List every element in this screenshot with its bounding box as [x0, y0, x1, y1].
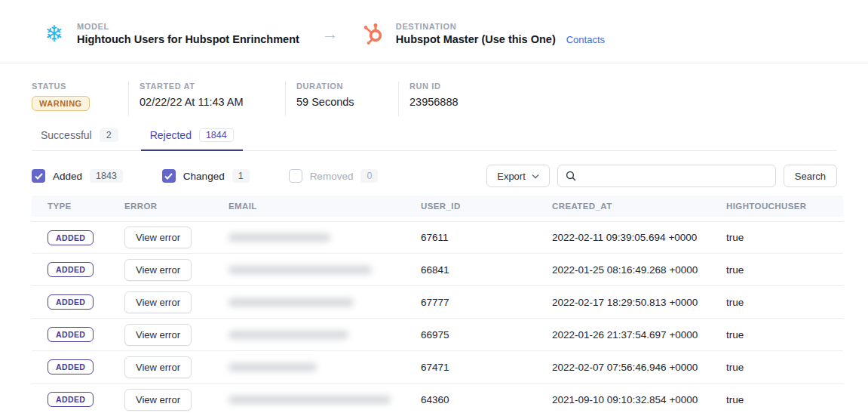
removed-checkbox[interactable] [289, 169, 302, 183]
email-cell [229, 233, 421, 242]
export-button[interactable]: Export [486, 165, 550, 187]
tab-label: Successful [41, 129, 92, 141]
type-cell: ADDED [48, 230, 124, 245]
hubspot-icon [361, 22, 385, 46]
view-error-button[interactable]: View error [124, 259, 192, 281]
destination-name: Hubspot Master (Use this One) [396, 33, 556, 45]
column-header-created_at: CREATED_AT [552, 202, 726, 211]
started-at-value: 02/22/22 At 11:43 AM [140, 96, 264, 108]
user-id-cell: 66975 [421, 329, 552, 341]
hightouchuser-cell: true [726, 394, 843, 405]
type-badge: ADDED [48, 359, 94, 374]
type-badge: ADDED [48, 294, 94, 310]
user-id-cell: 67471 [421, 362, 552, 373]
hightouchuser-cell: true [726, 232, 843, 243]
snowflake-icon: ❄ [42, 22, 66, 46]
created-at-cell: 2022-01-26 21:37:54.697 +0000 [552, 329, 726, 341]
hightouchuser-cell: true [726, 297, 843, 308]
results-table: TYPEERROREMAILUSER_IDCREATED_ATHIGHTOUCH… [32, 196, 843, 413]
model-label: MODEL [77, 22, 299, 31]
tabs: Successful2Rejected1844 [32, 125, 837, 151]
tab-successful[interactable]: Successful2 [32, 125, 127, 151]
controls-row: Added1843Changed1Removed0 Export Search [32, 165, 837, 187]
tab-count-badge: 1844 [199, 128, 234, 142]
email-cell [229, 331, 421, 339]
added-checkbox[interactable] [32, 169, 45, 183]
duration-label: DURATION [296, 82, 377, 91]
created-at-cell: 2022-02-07 07:56:46.946 +0000 [552, 362, 726, 373]
email-cell [229, 266, 421, 274]
type-badge: ADDED [48, 262, 94, 277]
type-badge: ADDED [48, 392, 94, 407]
email-cell [229, 298, 421, 307]
table-body: ADDEDView error676112022-02-11 09:39:05.… [32, 221, 843, 413]
email-redacted [229, 396, 391, 404]
email-redacted [229, 363, 317, 371]
email-redacted [229, 233, 330, 242]
table-row: ADDEDView error669752022-01-26 21:37:54.… [32, 319, 843, 351]
error-cell: View error [124, 227, 229, 248]
status-label: STATUS [32, 82, 107, 91]
filter-count-badge: 1 [232, 169, 250, 183]
hightouchuser-cell: true [726, 362, 843, 373]
type-badge: ADDED [48, 230, 94, 245]
view-error-button[interactable]: View error [124, 356, 192, 378]
destination-block: DESTINATION Hubspot Master (Use this One… [361, 22, 605, 46]
user-id-cell: 66841 [421, 264, 552, 276]
table-row: ADDEDView error643602021-09-10 09:10:32.… [32, 384, 843, 413]
hightouchuser-cell: true [726, 264, 843, 276]
type-cell: ADDED [48, 327, 124, 342]
type-badge: ADDED [48, 327, 94, 342]
table-row: ADDEDView error677772022-02-17 18:29:50.… [32, 286, 843, 319]
contacts-link[interactable]: Contacts [566, 34, 605, 45]
error-cell: View error [124, 324, 229, 346]
created-at-cell: 2022-02-17 18:29:50.813 +0000 [552, 297, 726, 308]
duration-value: 59 Seconds [296, 96, 377, 108]
type-cell: ADDED [48, 359, 124, 374]
model-block: ❄ MODEL Hightouch Users for Hubspot Enri… [42, 22, 299, 46]
column-header-type: TYPE [48, 202, 124, 211]
run-id-label: RUN ID [409, 82, 459, 91]
table-row: ADDEDView error668412022-01-25 08:16:49.… [32, 254, 843, 286]
created-at-cell: 2022-01-25 08:16:49.268 +0000 [552, 264, 726, 276]
tab-count-badge: 2 [100, 128, 118, 142]
email-cell [229, 396, 421, 404]
table-row: ADDEDView error676112022-02-11 09:39:05.… [32, 221, 843, 254]
error-cell: View error [124, 259, 229, 281]
model-name: Hightouch Users for Hubspot Enrinchment [77, 33, 299, 45]
filter-changed[interactable]: Changed1 [162, 169, 250, 183]
filter-removed[interactable]: Removed0 [289, 169, 379, 183]
view-error-button[interactable]: View error [124, 389, 192, 411]
email-redacted [229, 266, 372, 274]
error-cell: View error [124, 356, 229, 378]
table-row: ADDEDView error674712022-02-07 07:56:46.… [32, 351, 843, 384]
user-id-cell: 67777 [421, 297, 552, 308]
toolbar: Export Search [486, 165, 837, 187]
column-header-user_id: USER_ID [421, 202, 552, 211]
status-badge: WARNING [32, 96, 90, 111]
chevron-down-icon [532, 174, 539, 179]
filters: Added1843Changed1Removed0 [32, 169, 378, 183]
view-error-button[interactable]: View error [124, 227, 192, 248]
search-box[interactable] [557, 165, 776, 187]
started-at-label: STARTED AT [140, 82, 264, 91]
filter-added[interactable]: Added1843 [32, 169, 123, 183]
table-header-row: TYPEERROREMAILUSER_IDCREATED_ATHIGHTOUCH… [32, 196, 843, 217]
hightouchuser-cell: true [726, 329, 843, 341]
user-id-cell: 64360 [421, 394, 552, 405]
error-cell: View error [124, 291, 229, 313]
type-cell: ADDED [48, 262, 124, 277]
changed-checkbox[interactable] [162, 169, 176, 183]
error-cell: View error [124, 389, 229, 411]
search-button[interactable]: Search [784, 165, 837, 187]
search-icon [566, 171, 576, 181]
view-error-button[interactable]: View error [124, 291, 192, 313]
run-id-value: 23956888 [409, 96, 459, 108]
view-error-button[interactable]: View error [124, 324, 192, 346]
type-cell: ADDED [48, 294, 124, 310]
column-header-hightouchuser: HIGHTOUCHUSER [726, 202, 843, 211]
search-input[interactable] [582, 171, 768, 182]
tab-rejected[interactable]: Rejected1844 [141, 125, 243, 151]
created-at-cell: 2021-09-10 09:10:32.854 +0000 [552, 394, 726, 405]
arrow-right-icon: → [322, 24, 339, 44]
